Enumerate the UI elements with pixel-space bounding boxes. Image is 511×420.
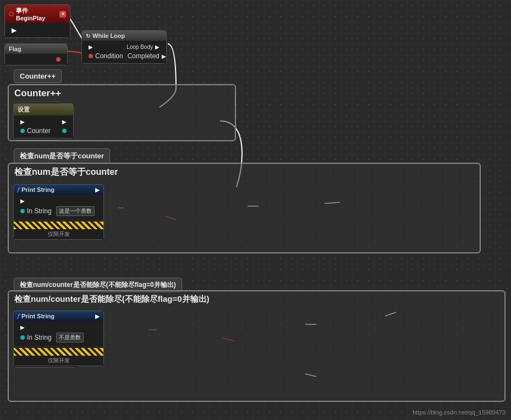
string-value2: 不是质数 [56, 333, 84, 342]
condition-label: Condition [95, 52, 123, 60]
flag-label: Flag [9, 46, 21, 52]
flag-var-node: Flag [4, 43, 68, 65]
set-counter-label: Counter [27, 127, 51, 135]
in-string-label2: In String [27, 334, 52, 341]
counter-pp-group: Counter++ Counter [8, 84, 236, 141]
check1-label-bubble: 检查num是否等于counter [14, 148, 110, 164]
print-label2: Print String [21, 313, 54, 319]
print-label1: Print String [21, 186, 54, 193]
while-loop-label: While Loop [92, 32, 125, 39]
loop-body-label: Loop Body [127, 44, 153, 50]
string-value1: 这是一个质数 [56, 206, 95, 216]
event-begin-play-node: ⬡ 事件BeginPlay ✕ ▶ [4, 4, 70, 38]
in-string-label1: In String [27, 207, 52, 215]
check2-group-title: 检查num/counter是否能除尽(不能除尽flag=0并输出) [9, 291, 504, 307]
print-string-node1: 𝑓 Print String ▶ ▶ In String 这是一个质数 仅限开发 [13, 184, 104, 240]
counter-pp-bubble: Counter++ [14, 69, 62, 83]
set-counter-node: 设置 ▶ ▶ Counter [13, 103, 74, 139]
event-begin-label: 事件BeginPlay [16, 7, 57, 21]
check1-group: 检查num是否等于counter Num Counter [8, 163, 481, 253]
completed-label: Completed [128, 52, 160, 60]
set-counter-header: 设置 [18, 106, 30, 113]
dev-only-label2: 仅限开发 [14, 356, 103, 366]
watermark: https://blog.csdn.net/qq_15989473 [413, 409, 505, 416]
check2-group: 检查num/counter是否能除尽(不能除尽flag=0并输出) Num Co… [8, 290, 505, 402]
while-loop-node: ↻ While Loop ▶ Loop Body ▶ Condition Com… [81, 30, 167, 64]
dev-only-label1: 仅限开发 [14, 229, 103, 239]
counter-pp-bubble-label: Counter++ [20, 72, 56, 80]
check1-group-title: 检查num是否等于counter [9, 164, 480, 181]
counter-pp-group-title: Counter++ [9, 85, 235, 102]
print-string-node2: 𝑓 Print String ▶ ▶ In String 不是质数 仅限开发 [13, 311, 104, 366]
